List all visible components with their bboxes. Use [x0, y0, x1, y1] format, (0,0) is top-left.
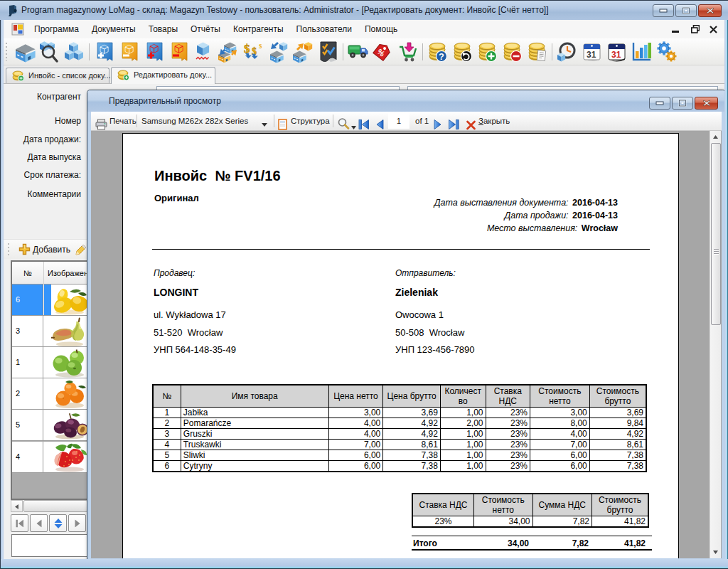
payments-add-icon[interactable] — [475, 41, 500, 63]
document-add-blue-icon[interactable] — [92, 41, 117, 63]
sender-line: Owocowa 1 — [395, 307, 475, 324]
close-preview-button[interactable]: Закрыть — [478, 112, 510, 130]
invoice-cell: 23% — [486, 461, 530, 472]
item-row-1[interactable]: 1 — [12, 347, 87, 378]
invoice-total-row: Итого 34,007,8241,82 — [412, 536, 652, 551]
invoice-subtitle: Оригинал — [154, 193, 199, 203]
menu-item-7[interactable]: Помощь — [358, 20, 404, 38]
payments-question-icon[interactable]: ? — [425, 41, 450, 63]
mdi-close-button[interactable] — [706, 20, 722, 38]
invoice-cell: 3,69 — [589, 408, 646, 418]
divider — [152, 249, 650, 250]
item-number-cell: 3 — [12, 316, 43, 346]
preview-toolbar: Печать Samsung M262x 282x Series Структу… — [91, 112, 722, 131]
warehouse-icon[interactable] — [12, 41, 37, 63]
preview-minimize-button[interactable] — [649, 97, 670, 110]
invoice-cell: 4,92 — [589, 429, 646, 440]
invoice-meta-line: Дата выставления документа: 2016-04-13 — [434, 196, 618, 209]
page-number-input[interactable]: 1 — [388, 113, 410, 129]
restore-button[interactable] — [675, 4, 697, 17]
goods-receive-icon[interactable] — [266, 41, 291, 63]
tab-edit-document[interactable]: Редактировать доку... — [111, 67, 215, 84]
toolbar-grip[interactable] — [6, 43, 8, 61]
structure-button[interactable]: Структура — [291, 112, 330, 130]
item-row-2[interactable]: 2 — [12, 378, 87, 410]
preview-close-button[interactable] — [695, 97, 718, 110]
column-header-image[interactable]: Изображен — [48, 269, 87, 277]
svg-text:?: ? — [439, 51, 444, 62]
invoice-item-row: 5Sliwki6,007,381,0023%6,007,38 — [153, 450, 646, 461]
sender-line: 50-508 Wrocław — [395, 324, 475, 342]
stocktaking-checklist-icon[interactable] — [316, 41, 341, 63]
invoice-column-header: Цена нетто — [328, 385, 383, 408]
inventory-cube-icon[interactable] — [191, 41, 216, 63]
preview-vscrollbar[interactable] — [710, 131, 721, 558]
tab-invoice-list[interactable]: Инвойс - список доку... — [6, 68, 109, 84]
pencil-icon[interactable] — [75, 243, 87, 256]
menu-item-3[interactable]: Товары — [142, 20, 184, 38]
print-button[interactable]: Печать — [109, 112, 136, 130]
item-image-cell — [44, 442, 87, 472]
summary-cell: 23% — [412, 516, 474, 528]
nav-first-button[interactable] — [11, 514, 28, 532]
warehouse-search-icon[interactable] — [37, 41, 62, 63]
calendar-blue-icon[interactable]: 31 — [579, 41, 604, 63]
delivery-truck-icon[interactable] — [346, 41, 370, 63]
item-row-5[interactable]: 5 — [12, 410, 87, 441]
hscroll-thumb[interactable] — [23, 500, 87, 512]
hscroll-left-button[interactable] — [11, 500, 23, 512]
document-plus-red-icon[interactable] — [141, 41, 166, 63]
preview-restore-button[interactable] — [672, 97, 693, 110]
nav-next-button[interactable] — [68, 514, 86, 532]
close-button[interactable] — [698, 4, 722, 17]
menu-item-5[interactable]: Контрагенты — [227, 20, 290, 38]
invoice-cell: 6,00 — [328, 461, 383, 472]
nav-sort-button[interactable] — [49, 514, 67, 532]
goods-dispatch-icon[interactable] — [291, 41, 316, 63]
invoice-column-header: Цена брутто — [383, 385, 441, 408]
item-number-cell: 1 — [12, 347, 43, 378]
add-item-button[interactable]: Добавить — [33, 245, 70, 255]
document-minus-red-icon[interactable] — [166, 41, 191, 63]
coins-icon — [117, 70, 130, 81]
calendar-red-icon[interactable]: 31 — [604, 41, 629, 63]
item-row-4[interactable]: 4 — [12, 442, 87, 473]
pears-photo — [51, 316, 87, 346]
mdi-minimize-button[interactable] — [668, 20, 684, 38]
nav-prev-button[interactable] — [30, 514, 48, 532]
filter-input[interactable] — [11, 534, 87, 557]
price-dollars-icon[interactable]: $ $ $ — [241, 41, 266, 63]
invoice-cell: 8,00 — [530, 418, 590, 429]
menu-item-1[interactable]: Программа — [28, 20, 85, 38]
menu-item-2[interactable]: Документы — [85, 20, 142, 38]
vscroll-thumb[interactable] — [711, 143, 721, 325]
items-hscrollbar[interactable] — [11, 500, 87, 512]
vscroll-up-button[interactable] — [710, 131, 722, 143]
close-icon — [710, 26, 717, 33]
discount-tag-icon[interactable]: % — [370, 41, 395, 63]
total-value: 7,82 — [549, 538, 589, 548]
printer-select[interactable]: Samsung M262x 282x Series — [141, 112, 248, 130]
payments-refresh-icon[interactable] — [450, 41, 475, 63]
document-remove-orange-icon[interactable] — [117, 41, 141, 63]
add-plus-icon[interactable] — [18, 243, 31, 255]
menu-item-6[interactable]: Пользователи — [290, 20, 358, 38]
menu-item-4[interactable]: Отчёты — [184, 20, 227, 38]
settings-gears-icon[interactable] — [654, 41, 679, 63]
purchase-cart-icon[interactable] — [395, 41, 420, 63]
payments-remove-icon[interactable] — [500, 41, 525, 63]
column-header-number[interactable]: № — [12, 269, 43, 277]
payments-invoice-icon[interactable] — [525, 41, 550, 63]
mdi-restore-button[interactable] — [687, 20, 703, 38]
history-clock-icon[interactable] — [555, 41, 579, 63]
minimize-button[interactable] — [653, 4, 674, 17]
goods-cubes-icon[interactable] — [62, 41, 87, 63]
svg-text:$: $ — [259, 43, 262, 50]
reports-chart-icon[interactable] — [629, 41, 654, 63]
preview-titlebar: Предварительный просмотр — [87, 90, 725, 112]
transfer-warehouses-icon[interactable] — [216, 41, 241, 63]
item-row-3[interactable]: 3 — [12, 316, 87, 347]
item-row-6[interactable]: 6 — [12, 284, 87, 316]
toolbar-separator — [136, 115, 137, 127]
vscroll-down-button[interactable] — [710, 546, 722, 558]
